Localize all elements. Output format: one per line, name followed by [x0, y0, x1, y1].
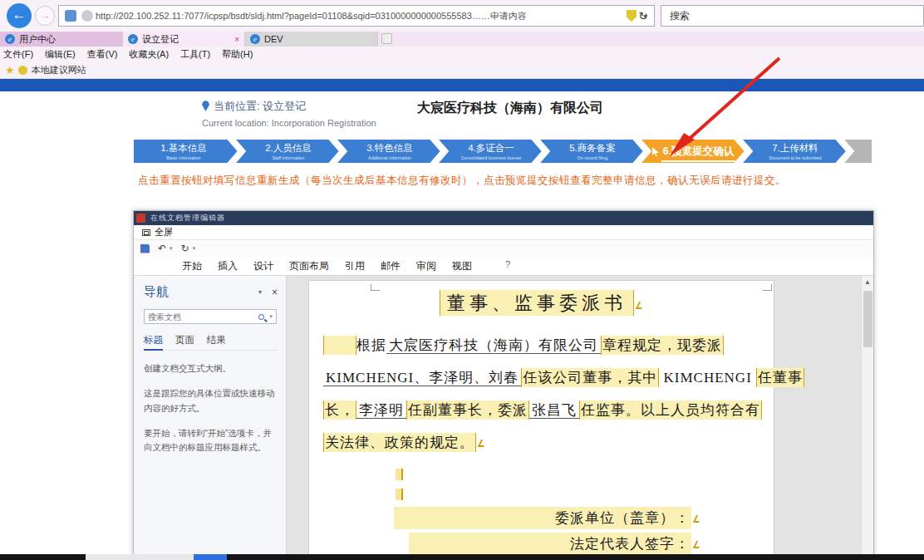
- company-name: 大宸医疗科技（海南）有限公司: [414, 100, 607, 117]
- ribbon-tab-review[interactable]: 审阅: [416, 259, 436, 273]
- margin-crop-mark: [371, 284, 380, 291]
- step-label-en: Staff information: [244, 155, 332, 160]
- document-page[interactable]: 董事、监事委派书 根据大宸医疗科技（海南）有限公司章程规定，现委派 KIMCHE…: [308, 280, 774, 559]
- navigation-title: 导航: [144, 284, 169, 300]
- step-label-zh: 2.人员信息: [239, 142, 337, 155]
- sign-line-representative: 法定代表人签字：: [409, 533, 700, 555]
- menu-edit[interactable]: 编辑(E): [45, 48, 76, 61]
- refresh-button[interactable]: ↻: [635, 7, 651, 24]
- step-6-preview-submit[interactable]: 6.预览提交确认: [645, 140, 743, 162]
- ribbon-tab-bar: 开始 插入 设计 页面布局 引用 邮件 审阅 视图: [134, 257, 873, 276]
- navigation-dropdown-icon[interactable]: ▾: [258, 288, 262, 296]
- nav-hint-text: 要开始，请转到“开始”选项卡，并向文档中的标题应用标题样式。: [144, 426, 278, 455]
- tab-user-center[interactable]: e 用户中心: [0, 32, 123, 47]
- site-icon: [81, 10, 93, 22]
- fullscreen-button[interactable]: 全屏: [155, 226, 173, 238]
- instruction-text: 点击重置按钮对填写信息重新生成（每当次生成后基本信息有修改时），点击预览提交按钮…: [0, 174, 924, 188]
- page-header-bar: [0, 79, 924, 91]
- step-label-en: Additional information: [346, 155, 434, 160]
- word-title-bar: 在线文档管理编辑器: [134, 211, 873, 225]
- ribbon-tab-design[interactable]: 设计: [253, 259, 273, 273]
- tab-dev[interactable]: e DEV: [245, 32, 378, 47]
- ribbon-tab-view[interactable]: 视图: [452, 259, 472, 273]
- ribbon-tab-home[interactable]: 开始: [182, 259, 202, 273]
- step-2-staff-info[interactable]: 2.人员信息 Staff information: [239, 140, 337, 160]
- favorites-bar: ★ 本地建议网站: [0, 62, 924, 79]
- undo-dropdown-icon[interactable]: ▾: [170, 245, 173, 252]
- tab-favicon: e: [128, 34, 138, 44]
- new-tab-button[interactable]: [381, 33, 392, 44]
- browser-chrome: ← → http://202.100.252.11:7077/icpsp/bsd…: [0, 0, 924, 91]
- page-icon: [65, 10, 76, 22]
- paragraph-mark-icon: [693, 541, 702, 548]
- navigation-close-icon[interactable]: ×: [272, 287, 278, 298]
- menu-bar: 文件(F) 编辑(E) 查看(V) 收藏夹(A) 工具(T) 帮助(H): [0, 47, 924, 62]
- address-bar[interactable]: http://202.100.252.11:7077/icpsp/bsdt/sl…: [58, 5, 655, 27]
- step-3-additional-info[interactable]: 3.特色信息 Additional information: [341, 140, 439, 160]
- paragraph-mark-icon: [636, 302, 645, 309]
- tab-label: 设立登记: [142, 33, 179, 46]
- step-label-en: On record filing: [548, 155, 636, 160]
- menu-help[interactable]: 帮助(H): [222, 48, 253, 61]
- menu-tools[interactable]: 工具(T): [180, 48, 210, 61]
- step-label-zh: 1.基本信息: [135, 142, 233, 155]
- nav-tab-headings[interactable]: 标题: [144, 334, 163, 351]
- search-icon[interactable]: [258, 314, 264, 320]
- search-dropdown-icon[interactable]: ▾: [269, 313, 273, 320]
- taskbar-active-segment: [194, 554, 227, 560]
- scrollbar-thumb[interactable]: [863, 291, 872, 347]
- nav-tab-pages[interactable]: 页面: [175, 334, 194, 346]
- document-line: 根据大宸医疗科技（海南）有限公司章程规定，现委派: [323, 336, 764, 356]
- redo-dropdown-icon[interactable]: ▾: [193, 245, 196, 252]
- redo-icon[interactable]: ↻: [181, 243, 189, 254]
- step-5-record-filing[interactable]: 5.商务备案 On record filing: [543, 140, 641, 160]
- ribbon-tab-references[interactable]: 引用: [345, 259, 365, 273]
- cursor-icon: [652, 147, 659, 156]
- forward-button[interactable]: →: [35, 6, 55, 26]
- paragraph-mark-icon: [478, 440, 487, 447]
- word-window-title: 在线文档管理编辑器: [150, 213, 225, 224]
- tab-label: DEV: [264, 34, 283, 44]
- step-label-zh: 7.上传材料: [746, 142, 844, 155]
- browser-search-box[interactable]: 搜索: [661, 5, 924, 27]
- document-line: 关法律、政策的规定。: [323, 433, 764, 453]
- step-4-consolidated-license[interactable]: 4.多证合一 Consolidated business license: [442, 140, 540, 160]
- tab-favicon: e: [250, 34, 260, 44]
- menu-file[interactable]: 文件(F): [3, 48, 33, 61]
- scroll-up-icon[interactable]: ▲: [862, 276, 873, 286]
- ribbon-tab-insert[interactable]: 插入: [218, 259, 238, 273]
- favorite-bookmark[interactable]: 本地建议网站: [32, 64, 86, 76]
- browser-toolbar: ← → http://202.100.252.11:7077/icpsp/bsd…: [0, 0, 924, 32]
- back-button[interactable]: ←: [7, 3, 32, 28]
- nav-tab-results[interactable]: 结果: [207, 334, 226, 346]
- step-7-upload-documents[interactable]: 7.上传材料 Document to be submitted: [746, 140, 844, 160]
- step-label-zh: 5.商务备案: [543, 142, 641, 155]
- tab-bar: e 用户中心 e 设立登记 × e DEV: [0, 32, 924, 47]
- favorites-star-icon[interactable]: ★: [5, 64, 15, 76]
- ribbon-tab-mailings[interactable]: 邮件: [381, 259, 401, 273]
- ribbon-tab-layout[interactable]: 页面布局: [289, 259, 329, 273]
- step-label-zh: 3.特色信息: [341, 142, 439, 155]
- save-icon[interactable]: [140, 244, 150, 253]
- empty-line-mark: [396, 469, 403, 480]
- tab-incorporation[interactable]: e 设立登记 ×: [123, 32, 245, 47]
- help-button[interactable]: ?: [505, 259, 510, 269]
- taskbar-window-segment: [86, 554, 194, 560]
- step-label-en: Basic information: [140, 155, 228, 160]
- vertical-scrollbar[interactable]: ▲: [861, 276, 873, 559]
- word-menu-row: 全屏: [134, 225, 873, 240]
- breadcrumb-label: 当前位置: 设立登记: [214, 100, 306, 112]
- step-1-basic-info[interactable]: 1.基本信息 Basic information: [135, 140, 233, 160]
- document-search-box[interactable]: ▾: [144, 309, 277, 324]
- document-title: 董事、监事委派书: [309, 291, 774, 316]
- menu-view[interactable]: 查看(V): [87, 48, 118, 61]
- paragraph-mark-icon: [693, 515, 702, 523]
- margin-crop-mark: [763, 284, 772, 291]
- undo-icon[interactable]: ↶: [158, 243, 166, 254]
- favorite-site-icon: [18, 66, 27, 75]
- document-search-input[interactable]: [145, 312, 258, 322]
- taskbar: [0, 554, 924, 560]
- tab-close-icon[interactable]: ×: [234, 35, 239, 44]
- step-label-zh: 6.预览提交确认: [661, 144, 735, 162]
- menu-favorites[interactable]: 收藏夹(A): [129, 48, 169, 61]
